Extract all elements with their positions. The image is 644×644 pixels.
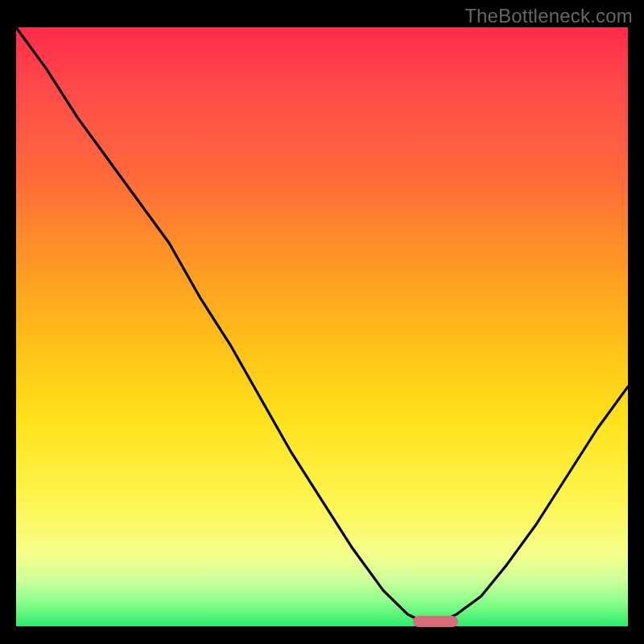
chart-frame: TheBottleneck.com (0, 0, 644, 644)
plot-area (16, 27, 628, 626)
watermark-text: TheBottleneck.com (464, 5, 633, 27)
optimal-point-marker (413, 616, 458, 627)
bottleneck-curve (16, 27, 628, 626)
